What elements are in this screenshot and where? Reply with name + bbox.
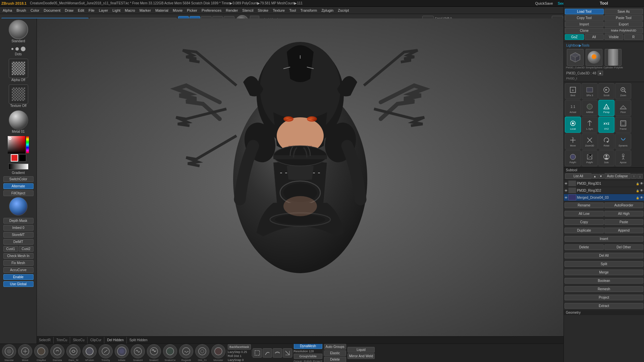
canvas-area[interactable] [37, 18, 564, 344]
list-up-btn[interactable]: ▲ [592, 174, 598, 179]
subtool-merged-drone[interactable]: Merged_Drone04_03 👁 [564, 194, 644, 201]
brush-clay[interactable]: ClayBui [34, 344, 49, 362]
menu-texture[interactable]: Texture [271, 8, 287, 13]
brush-monster[interactable]: Monster [211, 344, 226, 362]
ring3d2-lock[interactable] [636, 189, 639, 192]
ring3d1-eye[interactable] [565, 182, 568, 185]
snakece-icon[interactable] [163, 344, 177, 358]
auto-collapse-btn[interactable]: Auto Collapse [604, 173, 631, 179]
r-btn[interactable]: R [624, 34, 643, 40]
menu-layer[interactable]: Layer [97, 8, 110, 13]
mirror-weld-btn[interactable]: Mirror And Weld [347, 353, 375, 359]
del-hidden-label[interactable]: Del Hidden [107, 338, 123, 342]
floor-btn[interactable]: Floor [615, 100, 631, 116]
split-hidden-label[interactable]: Split Hidden [129, 338, 148, 342]
paste-btn[interactable]: Paste [604, 219, 644, 225]
subtool-ring3d2[interactable]: PM3D_Ring3D2 👁 [564, 187, 644, 194]
menu-alpha[interactable]: Alpha [1, 8, 14, 13]
visible-btn[interactable]: Visible [604, 34, 624, 40]
best-btn[interactable]: B Best [565, 83, 581, 99]
paste-tool-btn[interactable]: Paste Tool [604, 15, 643, 21]
menu-color[interactable]: Color [29, 8, 41, 13]
aamat-btn[interactable]: AAMat [582, 100, 598, 116]
delete-hidden-btn[interactable]: Delete [324, 357, 346, 362]
cust1-btn[interactable]: Cust1 [3, 246, 18, 252]
move-icon[interactable] [18, 344, 32, 358]
texture-preview[interactable] [9, 84, 28, 104]
menu-marker[interactable]: Marker [138, 8, 153, 13]
cylinder-thumb[interactable] [605, 49, 622, 66]
del-other-btn[interactable]: Del Other [604, 244, 644, 250]
menu-draw[interactable]: Draw [63, 8, 75, 13]
fix-mesh-btn[interactable]: Fix Mesh [3, 260, 34, 266]
viewport[interactable] [37, 18, 564, 344]
dots-preview[interactable] [9, 46, 28, 52]
clip-cur-btn[interactable] [283, 348, 292, 358]
rugasb-icon[interactable] [179, 344, 193, 358]
menu-picker[interactable]: Picker [185, 8, 199, 13]
frame-btn[interactable]: Frame [615, 117, 631, 133]
use-global-btn[interactable]: Use Global [3, 281, 34, 287]
actual-btn[interactable]: 1:1 Actual [565, 100, 581, 116]
cube3d-thumb[interactable] [567, 49, 584, 66]
merged-drone-lock[interactable] [636, 196, 639, 199]
accu-curve-btn[interactable]: AccuCurve [3, 267, 34, 273]
brush-dam[interactable]: Damsta [50, 344, 65, 362]
simple-sphere-thumb[interactable] [586, 49, 602, 66]
cust2-btn[interactable]: Cust2 [19, 246, 34, 252]
menu-zplugin[interactable]: Zplugin [319, 8, 335, 13]
menu-material[interactable]: Material [153, 8, 170, 13]
brush-inflate[interactable]: Inflate [114, 344, 129, 362]
zoom3d-btn[interactable]: Zoom3D [582, 133, 598, 149]
clay-icon[interactable] [34, 344, 48, 358]
lightbox-btn[interactable]: Lightbox▶Tools [566, 44, 589, 47]
color-gradient[interactable] [8, 136, 25, 154]
auto-reorder-btn[interactable]: AutoReorder [604, 202, 644, 208]
brush-preview[interactable] [9, 20, 28, 39]
menu-tool[interactable]: Tool [287, 8, 298, 13]
all-btn[interactable]: All [585, 34, 604, 40]
local-btn[interactable]: Local [565, 117, 581, 133]
fg-color[interactable] [11, 154, 18, 162]
all-high-btn[interactable]: All High [604, 211, 644, 217]
fill-object-btn[interactable]: FillObject [3, 190, 34, 196]
alternate-btn[interactable]: Alternate [3, 183, 34, 189]
insert-btn[interactable]: Insert [565, 236, 643, 242]
brush-rugasb[interactable]: RugasB [178, 344, 194, 362]
material-preview[interactable] [9, 110, 28, 130]
merged-drone-eye2[interactable]: 👁 [640, 196, 643, 199]
export-btn[interactable]: Export [604, 21, 643, 27]
menu-stroke[interactable]: Stroke [256, 8, 270, 13]
brush-snakeh[interactable]: SnakeH [130, 344, 146, 362]
geometry-btn[interactable]: Geometry [564, 310, 644, 315]
lsym-btn[interactable]: L.Sym [582, 117, 598, 133]
save-as-btn[interactable]: Save As [604, 9, 643, 14]
xyz-btn[interactable]: XYZ XYZ [598, 117, 614, 133]
copy-btn[interactable]: Copy [565, 219, 604, 225]
scroll-btn[interactable]: Scroll [598, 83, 614, 99]
snakeh-icon[interactable] [131, 344, 145, 358]
dyna-mesh-btn[interactable]: DynaMesh [294, 344, 322, 349]
brush-orbcr[interactable]: Orb_Cr [195, 344, 210, 362]
damst-icon[interactable] [66, 344, 80, 358]
simple-sphere-item[interactable]: SimpleSphere [586, 49, 602, 69]
auto-groups-btn[interactable]: Auto Groups [324, 344, 346, 350]
del-mt-btn[interactable]: DelMT [3, 239, 34, 245]
subtool-title[interactable]: Subtool [564, 168, 644, 173]
brush-snakec[interactable]: SnakeC [146, 344, 162, 362]
spix3-btn[interactable]: SPix 3 [582, 83, 598, 99]
bg-color[interactable] [19, 154, 26, 162]
depth-mask-btn[interactable]: Depth Mask [3, 218, 34, 224]
transp-btn[interactable]: PolyFr [565, 150, 581, 166]
collapse-up-btn[interactable]: ↑ [631, 174, 637, 179]
liquid-btn[interactable]: Liquid [347, 347, 375, 353]
subtool-ring3d1[interactable]: PM3D_Ring3D1 👁 [564, 180, 644, 187]
menu-preferences[interactable]: Preferences [200, 8, 223, 13]
move3d-btn[interactable]: Move [565, 133, 581, 149]
clone-btn[interactable]: Clone [565, 28, 604, 34]
brush-move[interactable]: Move [17, 344, 33, 362]
orbcr-icon[interactable] [195, 344, 209, 358]
fill-sphere[interactable] [9, 197, 28, 216]
copy-tool-btn[interactable]: Copy Tool [565, 15, 604, 21]
goz-btn[interactable]: GoZ [565, 34, 584, 40]
